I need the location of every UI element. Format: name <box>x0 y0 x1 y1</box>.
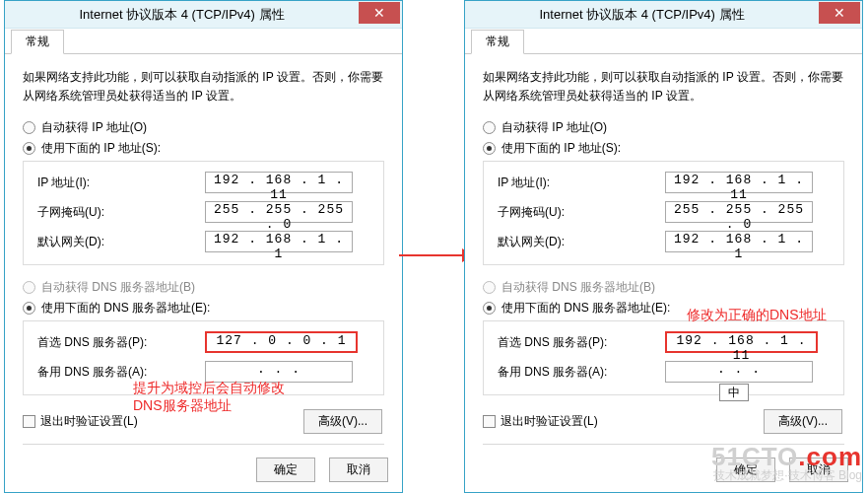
checkbox-validate-on-exit[interactable] <box>483 415 496 428</box>
radio-manual-ip-label: 使用下面的 IP 地址(S): <box>501 140 621 157</box>
input-default-gateway[interactable]: 192 . 168 . 1 . 1 <box>665 231 813 252</box>
tab-general[interactable]: 常规 <box>471 30 524 54</box>
separator <box>23 444 384 445</box>
annotation-before-line1: 提升为域控后会自动修改 <box>133 380 285 397</box>
label-subnet-mask: 子网掩码(U): <box>37 204 205 221</box>
tabstrip: 常规 <box>465 29 862 54</box>
window-title: Internet 协议版本 4 (TCP/IPv4) 属性 <box>465 6 819 24</box>
titlebar: Internet 协议版本 4 (TCP/IPv4) 属性 ✕ <box>5 1 402 29</box>
input-ip-address[interactable]: 192 . 168 . 1 . 11 <box>665 172 813 193</box>
ip-fields-group: IP 地址(I): 192 . 168 . 1 . 11 子网掩码(U): 25… <box>483 161 844 265</box>
input-preferred-dns[interactable]: 192 . 168 . 1 . 11 <box>665 331 818 353</box>
input-default-gateway[interactable]: 192 . 168 . 1 . 1 <box>205 231 353 252</box>
close-button[interactable]: ✕ <box>359 2 400 24</box>
label-preferred-dns: 首选 DNS 服务器(P): <box>37 334 205 351</box>
label-alternate-dns: 备用 DNS 服务器(A): <box>498 364 665 381</box>
checkbox-validate-label: 退出时验证设置(L) <box>501 413 598 430</box>
radio-manual-ip[interactable] <box>483 142 496 155</box>
watermark: 51CTO.com 技术成就梦想·技术博客 Blog <box>711 444 862 481</box>
annotation-after: 修改为正确的DNS地址 <box>687 307 827 324</box>
arrow-line <box>399 254 468 256</box>
checkbox-validate-on-exit[interactable] <box>23 415 35 428</box>
ok-button[interactable]: 确定 <box>256 458 315 482</box>
close-button[interactable]: ✕ <box>819 2 860 24</box>
radio-auto-ip[interactable] <box>23 121 35 134</box>
label-preferred-dns: 首选 DNS 服务器(P): <box>498 334 665 351</box>
annotation-before-line2: DNS服务器地址 <box>133 397 232 415</box>
watermark-big: 51CTO <box>711 442 798 471</box>
radio-manual-dns-label: 使用下面的 DNS 服务器地址(E): <box>501 300 670 317</box>
radio-auto-dns-label: 自动获得 DNS 服务器地址(B) <box>41 279 195 296</box>
label-ip: IP 地址(I): <box>498 175 665 191</box>
radio-auto-ip-label: 自动获得 IP 地址(O) <box>41 119 147 136</box>
label-default-gateway: 默认网关(D): <box>37 234 205 250</box>
radio-auto-dns[interactable] <box>23 281 35 294</box>
window-title: Internet 协议版本 4 (TCP/IPv4) 属性 <box>5 6 359 24</box>
input-subnet-mask[interactable]: 255 . 255 . 255 . 0 <box>205 201 353 223</box>
ime-indicator: 中 <box>719 384 749 401</box>
tcpip-dialog-after: Internet 协议版本 4 (TCP/IPv4) 属性 ✕ 常规 如果网络支… <box>464 0 863 493</box>
radio-auto-dns-label: 自动获得 DNS 服务器地址(B) <box>501 279 655 296</box>
description-text: 如果网络支持此功能，则可以获取自动指派的 IP 设置。否则，你需要从网络系统管理… <box>23 68 384 106</box>
description-text: 如果网络支持此功能，则可以获取自动指派的 IP 设置。否则，你需要从网络系统管理… <box>483 68 844 106</box>
watermark-small: 技术成就梦想·技术博客 Blog <box>711 469 862 481</box>
radio-manual-dns-label: 使用下面的 DNS 服务器地址(E): <box>41 300 210 317</box>
watermark-dot: .com <box>798 442 862 471</box>
radio-manual-ip-label: 使用下面的 IP 地址(S): <box>41 140 161 157</box>
input-alternate-dns[interactable]: . . . <box>665 361 813 383</box>
label-subnet-mask: 子网掩码(U): <box>498 204 665 221</box>
checkbox-validate-label: 退出时验证设置(L) <box>40 413 138 430</box>
input-ip-address[interactable]: 192 . 168 . 1 . 11 <box>205 172 353 193</box>
input-subnet-mask[interactable]: 255 . 255 . 255 . 0 <box>665 201 813 223</box>
titlebar: Internet 协议版本 4 (TCP/IPv4) 属性 ✕ <box>465 1 862 29</box>
radio-auto-ip-label: 自动获得 IP 地址(O) <box>501 119 607 136</box>
label-alternate-dns: 备用 DNS 服务器(A): <box>37 364 205 381</box>
tabstrip: 常规 <box>5 29 402 54</box>
tcpip-dialog-before: Internet 协议版本 4 (TCP/IPv4) 属性 ✕ 常规 如果网络支… <box>4 0 403 493</box>
advanced-button[interactable]: 高级(V)... <box>764 409 842 434</box>
close-icon: ✕ <box>373 5 385 21</box>
radio-auto-ip[interactable] <box>483 121 496 134</box>
radio-manual-dns[interactable] <box>483 302 496 315</box>
input-preferred-dns[interactable]: 127 . 0 . 0 . 1 <box>205 331 358 353</box>
cancel-button[interactable]: 取消 <box>329 458 388 482</box>
dns-fields-group: 首选 DNS 服务器(P): 192 . 168 . 1 . 11 备用 DNS… <box>483 320 844 395</box>
label-ip: IP 地址(I): <box>37 175 205 191</box>
close-icon: ✕ <box>834 5 845 21</box>
label-default-gateway: 默认网关(D): <box>498 234 665 250</box>
radio-manual-ip[interactable] <box>23 142 35 155</box>
radio-manual-dns[interactable] <box>23 302 35 315</box>
tab-general[interactable]: 常规 <box>11 30 64 54</box>
ip-fields-group: IP 地址(I): 192 . 168 . 1 . 11 子网掩码(U): 25… <box>23 161 384 265</box>
radio-auto-dns[interactable] <box>483 281 496 294</box>
advanced-button[interactable]: 高级(V)... <box>303 409 382 434</box>
